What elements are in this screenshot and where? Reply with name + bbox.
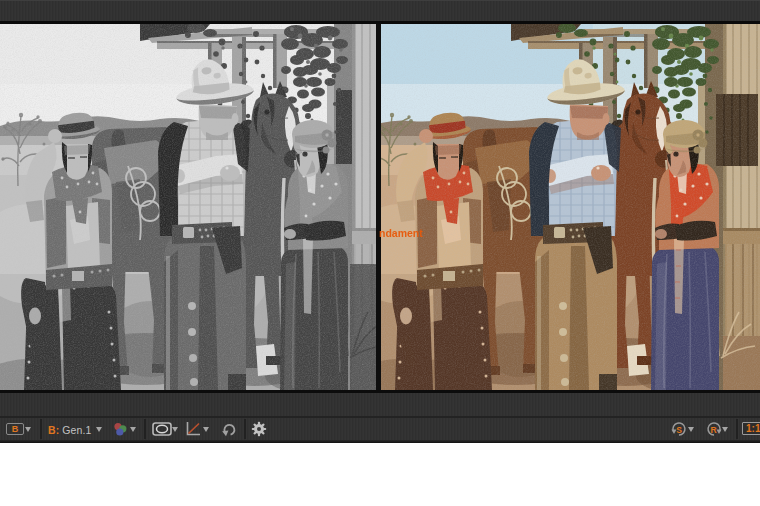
svg-text:S: S bbox=[676, 425, 682, 435]
svg-text:R: R bbox=[710, 425, 716, 435]
